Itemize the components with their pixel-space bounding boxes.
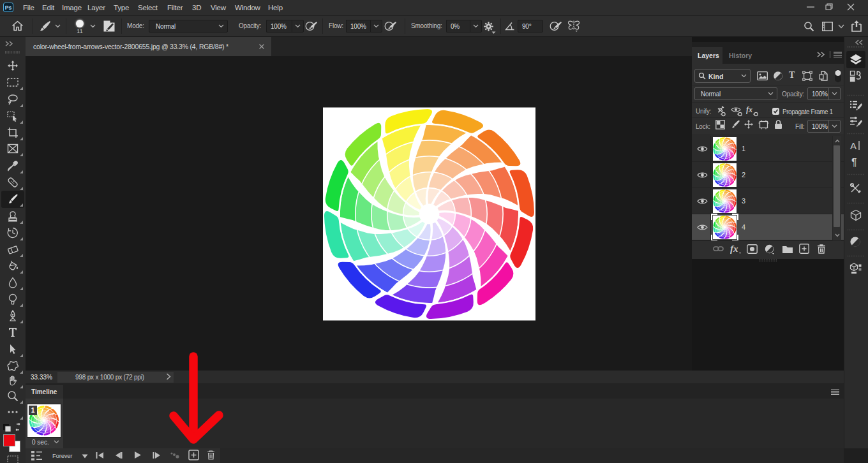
svg-text:fx: fx (746, 105, 752, 114)
svg-text:A: A (850, 140, 857, 151)
svg-text:¶: ¶ (851, 157, 857, 168)
svg-text:fx: fx (730, 244, 738, 254)
